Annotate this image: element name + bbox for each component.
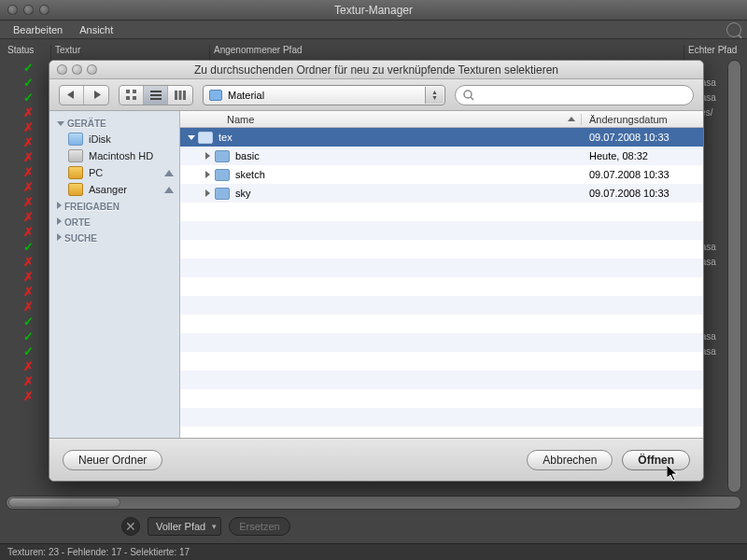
list-item[interactable]: sketch09.07.2008 10:33	[180, 165, 703, 184]
menu-view[interactable]: Ansicht	[79, 24, 113, 35]
hd-icon	[68, 149, 83, 162]
list-body[interactable]: tex09.07.2008 10:33basicHeute, 08:32sket…	[180, 128, 703, 438]
open-folder-dialog: Zu durchsuchenden Ordner für neu zu verk…	[49, 60, 704, 482]
svg-marker-1	[94, 91, 101, 99]
list-item-empty	[180, 277, 703, 296]
cancel-button[interactable]: Abbrechen	[527, 450, 613, 470]
menubar: Bearbeiten Ansicht	[0, 21, 747, 39]
list-item-empty	[180, 371, 703, 389]
folder-icon	[215, 188, 230, 200]
nav-buttons	[59, 85, 109, 105]
path-mode-label: Voller Pfad	[156, 521, 205, 532]
item-date: 09.07.2008 10:33	[582, 132, 703, 143]
dialog-footer: Neuer Ordner Abbrechen Öffnen	[49, 438, 703, 481]
col-assumed[interactable]: Angenommener Pfad	[209, 45, 684, 60]
zoom-icon[interactable]	[39, 5, 49, 15]
main-titlebar[interactable]: Textur-Manager	[0, 0, 747, 21]
status-error-icon: ✗	[6, 374, 50, 388]
status-error-icon: ✗	[6, 270, 50, 284]
sidebar-item-asanger[interactable]: Asanger	[49, 181, 179, 198]
scrollbar-vertical[interactable]	[727, 60, 741, 493]
view-mode-buttons	[119, 85, 193, 105]
path-mode-combo[interactable]: Voller Pfad	[148, 517, 221, 536]
close-icon[interactable]	[7, 5, 18, 15]
new-folder-button[interactable]: Neuer Ordner	[63, 450, 162, 470]
eject-icon[interactable]	[164, 187, 174, 193]
location-combo[interactable]: Material ▲▼	[203, 85, 445, 105]
sidebar-item-label: PC	[89, 167, 103, 178]
sidebar-header-devices[interactable]: GERÄTE	[49, 115, 179, 131]
status-ok-icon: ✓	[6, 76, 50, 90]
item-name: tex	[218, 132, 582, 143]
zoom-icon[interactable]	[87, 64, 97, 75]
minimize-icon[interactable]	[72, 64, 82, 75]
search-input[interactable]	[478, 89, 685, 102]
close-icon[interactable]	[57, 64, 67, 75]
status-line: Texturen: 23 - Fehlende: 17 - Selektiert…	[0, 543, 747, 560]
search-icon[interactable]	[726, 22, 741, 37]
col-real[interactable]: Echter Pfad	[684, 45, 740, 60]
search-field[interactable]	[455, 85, 694, 105]
svg-rect-8	[150, 98, 162, 100]
status-ok-icon: ✓	[6, 315, 50, 329]
icon-view-button[interactable]	[120, 86, 144, 105]
status-error-icon: ✗	[6, 165, 50, 179]
status-error-icon: ✗	[6, 255, 50, 269]
status-error-icon: ✗	[6, 120, 50, 134]
status-error-icon: ✗	[6, 210, 50, 224]
col-status[interactable]: Status	[6, 45, 50, 60]
status-error-icon: ✗	[6, 225, 50, 239]
list-item[interactable]: tex09.07.2008 10:33	[180, 128, 703, 147]
sidebar-item-macintosh-hd[interactable]: Macintosh HD	[49, 147, 179, 164]
scroll-thumb[interactable]	[8, 497, 120, 508]
list-item[interactable]: sky09.07.2008 10:33	[180, 184, 703, 203]
status-error-icon: ✗	[6, 105, 50, 119]
sidebar-header-shares[interactable]: FREIGABEN	[49, 198, 179, 214]
list-view-button[interactable]	[144, 86, 168, 105]
open-button[interactable]: Öffnen	[622, 450, 690, 470]
minimize-icon[interactable]	[23, 5, 34, 15]
sidebar-item-pc[interactable]: PC	[49, 164, 179, 181]
chevron-right-icon[interactable]	[203, 189, 213, 197]
col-name[interactable]: Name	[180, 114, 582, 125]
status-ok-icon: ✓	[6, 91, 50, 105]
chevron-down-icon[interactable]	[186, 135, 196, 140]
pc-icon	[68, 166, 83, 179]
replace-button[interactable]: Ersetzen	[229, 517, 289, 536]
chevron-right-icon[interactable]	[203, 171, 213, 178]
item-date: 09.07.2008 10:33	[582, 169, 703, 180]
col-date[interactable]: Änderungsdatum	[582, 114, 703, 125]
status-ok-icon: ✓	[6, 61, 50, 75]
status-error-icon: ✗	[6, 285, 50, 299]
forward-button[interactable]	[84, 86, 108, 105]
svg-rect-11	[183, 91, 186, 100]
status-error-icon: ✗	[6, 180, 50, 194]
clear-icon[interactable]: ✕	[121, 517, 140, 536]
eject-icon[interactable]	[164, 170, 174, 176]
list-item-empty	[180, 315, 703, 333]
list-item[interactable]: basicHeute, 08:32	[180, 147, 703, 165]
menu-edit[interactable]: Bearbeiten	[13, 24, 63, 35]
back-button[interactable]	[60, 86, 84, 105]
sidebar-header-places[interactable]: ORTE	[49, 214, 179, 230]
item-name: sky	[235, 188, 582, 199]
list-item-empty	[180, 408, 703, 427]
status-error-icon: ✗	[6, 195, 50, 209]
list-item-empty	[180, 259, 703, 277]
item-date: 09.07.2008 10:33	[582, 188, 703, 199]
column-view-button[interactable]	[168, 86, 192, 105]
svg-rect-9	[175, 91, 177, 100]
dialog-titlebar[interactable]: Zu durchsuchenden Ordner für neu zu verk…	[49, 61, 703, 79]
list-item-empty	[180, 389, 703, 408]
chevron-updown-icon: ▲▼	[425, 87, 444, 104]
dialog-body: GERÄTE iDiskMacintosh HDPCAsanger FREIGA…	[49, 111, 703, 438]
chevron-right-icon[interactable]	[203, 152, 213, 160]
col-textur[interactable]: Textur	[50, 45, 209, 60]
scrollbar-horizontal[interactable]	[6, 496, 741, 510]
idisk-icon	[68, 133, 83, 146]
svg-rect-10	[179, 91, 182, 100]
sidebar-header-search[interactable]: SUCHE	[49, 230, 179, 245]
list-item-empty	[180, 333, 703, 352]
sidebar-item-idisk[interactable]: iDisk	[49, 131, 179, 147]
column-headers: Status Textur Angenommener Pfad Echter P…	[6, 45, 747, 60]
